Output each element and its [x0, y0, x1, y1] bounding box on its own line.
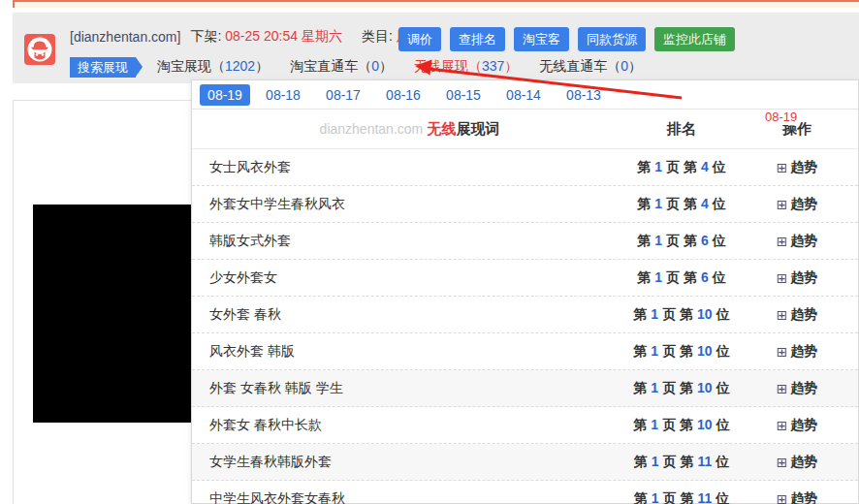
top-notice-strip	[13, 0, 859, 8]
trend-chart-icon: ⊞	[777, 160, 788, 175]
tab-date-0817[interactable]: 08-17	[316, 84, 370, 106]
shop-info-line: [dianzhentan.com] 下架: 08-25 20:54 星期六 类目…	[70, 26, 424, 47]
trend-link[interactable]: ⊞趋势	[777, 343, 818, 361]
trend-link[interactable]: ⊞趋势	[777, 490, 818, 504]
category-label: 类目:	[362, 28, 393, 46]
table-header: dianzhentan.com 无线展现词 排名 操作 08-19	[192, 110, 858, 149]
rank-cell: 第1页 第4位	[627, 159, 736, 176]
trend-link[interactable]: ⊞趋势	[777, 233, 818, 250]
trend-link[interactable]: ⊞趋势	[777, 269, 818, 287]
keyword-cell: 少女外套女	[192, 269, 627, 287]
keyword-cell: 女外套 春秋	[192, 306, 627, 324]
table-row[interactable]: 风衣外套 韩版 第1页 第10位 ⊞趋势	[192, 333, 858, 370]
keyword-cell: 韩版女式外套	[192, 233, 627, 250]
trend-chart-icon: ⊞	[777, 197, 788, 212]
rank-cell: 第1页 第10位	[627, 343, 736, 361]
shop-domain: [dianzhentan.com]	[70, 29, 180, 45]
action-column-header: 操作 08-19	[736, 120, 858, 139]
tab-date-0815[interactable]: 08-15	[436, 84, 491, 106]
keyword-column-header: dianzhentan.com 无线展现词	[192, 120, 627, 139]
nav-wireless-exposure[interactable]: 无线展现（337）	[414, 58, 518, 76]
trend-link[interactable]: ⊞趋势	[777, 306, 818, 324]
keyword-cell: 外套女中学生春秋风衣	[192, 196, 627, 213]
product-image	[33, 205, 208, 423]
taobaoke-button[interactable]: 淘宝客	[514, 27, 569, 51]
keyword-cell: 外套 女春秋 韩版 学生	[192, 380, 627, 397]
trend-chart-icon: ⊞	[777, 344, 788, 360]
tab-date-0816[interactable]: 08-16	[376, 84, 430, 106]
date-overlay-label: 08-19	[765, 110, 800, 125]
date-tabs: 08-19 08-18 08-17 08-16 08-15 08-14 08-1…	[192, 80, 858, 110]
keyword-cell: 女学生春秋韩版外套	[192, 454, 627, 471]
page: [dianzhentan.com] 下架: 08-25 20:54 星期六 类目…	[0, 0, 859, 504]
trend-chart-icon: ⊞	[777, 307, 788, 323]
nav-taobao-ztc[interactable]: 淘宝直通车（0）	[290, 58, 393, 76]
shop-header: [dianzhentan.com] 下架: 08-25 20:54 星期六 类目…	[13, 13, 859, 83]
trend-link[interactable]: ⊞趋势	[777, 159, 818, 176]
header-actions: 调价 查排名 淘宝客 同款货源 监控此店铺	[398, 27, 735, 51]
trend-chart-icon: ⊞	[777, 234, 788, 249]
table-row[interactable]: 少女外套女 第1页 第6位 ⊞趋势	[192, 260, 858, 297]
trend-link[interactable]: ⊞趋势	[777, 454, 818, 471]
table-row[interactable]: 外套女 春秋中长款 第1页 第10位 ⊞趋势	[192, 407, 858, 444]
same-source-button[interactable]: 同款货源	[578, 27, 646, 51]
trend-link[interactable]: ⊞趋势	[777, 380, 818, 397]
keyword-cell: 女士风衣外套	[192, 159, 627, 176]
tab-date-0818[interactable]: 08-18	[256, 84, 310, 106]
trend-chart-icon: ⊞	[777, 418, 788, 433]
rank-cell: 第1页 第10位	[627, 306, 736, 324]
table-row[interactable]: 外套女中学生春秋风衣 第1页 第4位 ⊞趋势	[192, 186, 858, 223]
trend-chart-icon: ⊞	[777, 381, 788, 396]
rank-cell: 第1页 第11位	[627, 454, 736, 471]
rank-cell: 第1页 第4位	[627, 196, 736, 213]
table-row[interactable]: 女外套 春秋 第1页 第10位 ⊞趋势	[192, 297, 858, 333]
tab-date-0814[interactable]: 08-14	[496, 84, 551, 106]
adjust-price-button[interactable]: 调价	[398, 27, 441, 51]
offshelf-time: 08-25 20:54 星期六	[225, 28, 342, 46]
exposure-nav: 搜索展现 淘宝展现（1202） 淘宝直通车（0） 无线展现（337） 无线直通车…	[70, 55, 642, 79]
trend-link[interactable]: ⊞趋势	[777, 196, 818, 213]
trend-chart-icon: ⊞	[777, 270, 788, 286]
table-row[interactable]: 韩版女式外套 第1页 第6位 ⊞趋势	[192, 223, 858, 260]
tab-date-0819[interactable]: 08-19	[200, 84, 250, 106]
nav-search-exposure[interactable]: 搜索展现	[70, 57, 136, 78]
rank-cell: 第1页 第6位	[627, 269, 736, 287]
trend-chart-icon: ⊞	[777, 491, 788, 504]
keyword-cell: 风衣外套 韩版	[192, 343, 627, 361]
monitor-shop-button[interactable]: 监控此店铺	[654, 27, 735, 51]
rank-cell: 第1页 第11位	[627, 490, 736, 504]
keyword-cell: 外套女 春秋中长款	[192, 417, 627, 434]
nav-wireless-ztc[interactable]: 无线直通车（0）	[539, 58, 642, 76]
table-row[interactable]: 外套 女春秋 韩版 学生 第1页 第10位 ⊞趋势	[192, 370, 858, 407]
rank-column-header: 排名	[627, 120, 736, 139]
rank-cell: 第1页 第10位	[627, 380, 736, 397]
offshelf-label: 下架:	[190, 28, 221, 46]
table-row[interactable]: 中学生风衣外套女春秋 第1页 第11位 ⊞趋势	[192, 481, 858, 504]
nav-taobao-exposure[interactable]: 淘宝展现（1202）	[157, 58, 269, 76]
table-row[interactable]: 女士风衣外套 第1页 第4位 ⊞趋势	[192, 149, 858, 186]
check-rank-button[interactable]: 查排名	[450, 27, 505, 51]
rank-cell: 第1页 第10位	[627, 417, 736, 434]
shop-avatar[interactable]	[24, 34, 55, 65]
tab-date-0813[interactable]: 08-13	[557, 84, 611, 106]
trend-chart-icon: ⊞	[777, 455, 788, 470]
keyword-cell: 中学生风衣外套女春秋	[192, 490, 627, 504]
table-row[interactable]: 女学生春秋韩版外套 第1页 第11位 ⊞趋势	[192, 444, 858, 481]
detective-logo-icon	[24, 51, 55, 65]
trend-link[interactable]: ⊞趋势	[777, 417, 818, 434]
rank-cell: 第1页 第6位	[627, 233, 736, 250]
keyword-table: 女士风衣外套 第1页 第4位 ⊞趋势 外套女中学生春秋风衣 第1页 第4位 ⊞趋…	[192, 149, 858, 504]
wireless-exposure-panel: 08-19 08-18 08-17 08-16 08-15 08-14 08-1…	[191, 79, 859, 504]
